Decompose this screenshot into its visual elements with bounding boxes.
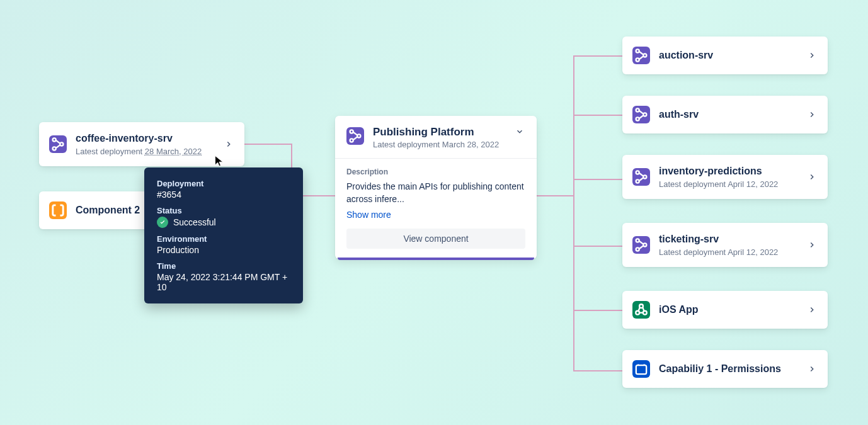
svg-point-16 (636, 247, 639, 251)
node-ticketing-srv[interactable]: ticketing-srv Latest deployment April 12… (622, 223, 828, 267)
component-icon (632, 106, 650, 123)
popover-env-value: Production (157, 245, 290, 255)
chevron-right-icon (806, 50, 818, 61)
svg-point-2 (60, 142, 63, 145)
svg-point-14 (643, 175, 646, 178)
brackets-icon (49, 201, 67, 219)
svg-point-10 (636, 117, 639, 120)
node-body: coffee-inventory-srv Latest deployment 2… (76, 132, 223, 156)
popover-status-label: Status (157, 206, 290, 215)
center-title: Publishing Platform (373, 126, 514, 139)
popover-time-label: Time (157, 261, 290, 271)
svg-point-18 (639, 304, 643, 308)
chevron-right-icon (223, 139, 234, 150)
component-icon (632, 236, 650, 254)
chevron-right-icon (806, 171, 818, 183)
node-title: auth-srv (659, 108, 806, 122)
svg-point-1 (53, 147, 56, 150)
node-subtitle: Latest deployment April 12, 2022 (659, 179, 806, 189)
chevron-right-icon (806, 363, 818, 375)
node-subtitle: Latest deployment 28 March, 2022 (76, 147, 223, 156)
node-auth-srv[interactable]: auth-srv (622, 96, 828, 133)
node-title: iOS App (659, 303, 806, 317)
app-icon (632, 301, 650, 319)
svg-point-6 (636, 49, 639, 52)
chevron-right-icon (806, 109, 818, 120)
svg-point-13 (636, 179, 639, 183)
node-subtitle: Latest deployment April 12, 2022 (659, 247, 806, 257)
node-auction-srv[interactable]: auction-srv (622, 37, 828, 74)
popover-env-label: Environment (157, 234, 290, 244)
chevron-right-icon (806, 239, 818, 251)
check-circle-icon (157, 217, 168, 228)
description-text: Provides the main APIs for publishing co… (346, 180, 525, 206)
node-coffee-inventory[interactable]: coffee-inventory-srv Latest deployment 2… (39, 122, 244, 166)
svg-point-8 (643, 54, 646, 57)
popover-time-value: May 24, 2022 3:21:44 PM GMT + 10 (157, 272, 290, 292)
node-title: inventory-predictions (659, 165, 806, 178)
popover-status-value: Successful (173, 217, 216, 227)
node-title: Capabiliy 1 - Permissions (659, 363, 806, 376)
popover-deployment-label: Deployment (157, 179, 290, 188)
svg-point-15 (636, 239, 639, 242)
svg-point-7 (636, 58, 639, 61)
node-publishing-platform[interactable]: Publishing Platform Latest deployment Ma… (335, 116, 537, 259)
center-subtitle: Latest deployment March 28, 2022 (373, 140, 514, 149)
chevron-down-icon[interactable] (514, 126, 525, 137)
component-icon (49, 135, 67, 153)
show-more-link[interactable]: Show more (346, 210, 525, 220)
svg-point-9 (636, 108, 639, 111)
node-capability-permissions[interactable]: Capabiliy 1 - Permissions (622, 350, 828, 388)
svg-point-12 (636, 171, 639, 174)
chevron-right-icon (806, 304, 818, 315)
svg-point-0 (53, 138, 56, 141)
svg-point-4 (350, 139, 353, 142)
svg-rect-21 (636, 365, 646, 374)
svg-point-17 (643, 243, 646, 246)
description-label: Description (346, 167, 525, 176)
node-title: ticketing-srv (659, 233, 806, 246)
component-icon (632, 168, 650, 186)
capability-icon (632, 360, 650, 378)
deployment-popover: Deployment #3654 Status Successful Envir… (144, 167, 303, 303)
svg-point-5 (357, 134, 360, 137)
svg-point-3 (350, 130, 353, 133)
node-title: auction-srv (659, 49, 806, 62)
node-inventory-predictions[interactable]: inventory-predictions Latest deployment … (622, 155, 828, 199)
center-header: Publishing Platform Latest deployment Ma… (335, 116, 537, 159)
view-component-button[interactable]: View component (346, 229, 525, 249)
component-icon (346, 127, 364, 145)
component-icon (632, 47, 650, 64)
popover-deployment-value: #3654 (157, 190, 290, 200)
node-ios-app[interactable]: iOS App (622, 291, 828, 329)
svg-point-11 (643, 113, 646, 116)
node-title: coffee-inventory-srv (76, 132, 223, 145)
